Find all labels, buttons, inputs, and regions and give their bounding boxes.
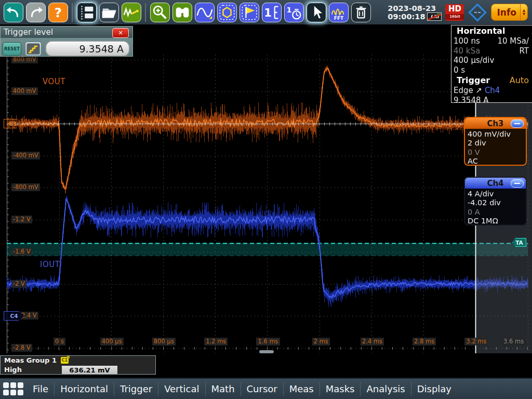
hd-mode-badge: HD 16bit xyxy=(445,4,464,21)
y-axis-label: -1.2 V xyxy=(11,216,32,223)
ch4-dialog-header[interactable]: Ch4 xyxy=(465,178,526,189)
toolbar-icons: ?11FFT xyxy=(2,3,372,22)
ch4-setting-row[interactable]: DC 1MΩ xyxy=(468,217,526,226)
fft-icon[interactable]: FFT xyxy=(329,3,349,22)
ch4-dialog[interactable]: Ch4 4 A/div-4.02 div0 ADC 1MΩ xyxy=(464,177,527,225)
mask-test-icon[interactable] xyxy=(217,3,237,22)
help-icon[interactable]: ? xyxy=(48,3,68,22)
meas-source-badge: C1 xyxy=(61,357,69,364)
menu-item-trigger[interactable]: Trigger xyxy=(114,383,158,394)
menu-item-meas[interactable]: Meas xyxy=(284,383,320,394)
info-spin-arrows[interactable]: ▲▼ xyxy=(520,4,527,20)
oscilloscope-screen: ?11FFT 2023-08-23 09:00:18 LXI HD 16bit xyxy=(0,0,532,399)
waveform-generator-icon[interactable] xyxy=(195,3,215,22)
timebase-value: 400 µs/div xyxy=(454,56,494,65)
pointer-select-icon[interactable] xyxy=(307,3,326,22)
probe-compensation-icon[interactable] xyxy=(122,3,141,22)
ch4-setting-row[interactable]: 0 A xyxy=(468,208,526,217)
ch3-minimize-button[interactable] xyxy=(511,119,524,128)
reset-button[interactable]: RESET xyxy=(3,42,21,56)
resolution-value: 100 ns xyxy=(454,36,480,46)
menu-item-math[interactable]: Math xyxy=(206,383,241,394)
date-display: 2023-08-23 xyxy=(388,4,442,12)
trigger-row-level[interactable]: 9.3548 A xyxy=(451,96,532,105)
horizontal-row-position[interactable]: 0 s xyxy=(451,65,532,75)
iout-trace-label: IOUT xyxy=(40,260,60,269)
trigger-type-value: Edge xyxy=(454,86,473,95)
trigger-hysteresis-icon[interactable] xyxy=(25,42,42,56)
meas-group-label: Meas Group 1 xyxy=(4,356,57,364)
rs-logo xyxy=(468,3,487,22)
horizontal-scrollbar-handle[interactable] xyxy=(259,350,274,353)
toolbar: ?11FFT 2023-08-23 09:00:18 LXI HD 16bit xyxy=(0,0,532,24)
x-axis-label: 2.8 ms xyxy=(413,338,436,345)
menu-item-horizontal[interactable]: Horizontal xyxy=(55,383,114,394)
y-axis-label: -2.8 V xyxy=(11,344,32,352)
timing-measure-icon[interactable]: 1 xyxy=(284,3,304,22)
acquisition-mode-value: RT xyxy=(520,46,529,56)
y-axis-label: 400 mV xyxy=(11,87,38,95)
trigger-level-field[interactable]: 9.3548 A xyxy=(45,41,130,57)
ch3-setting-row[interactable]: AC xyxy=(468,157,526,166)
toolbar-separator xyxy=(72,3,73,22)
menu-item-vertical[interactable]: Vertical xyxy=(158,383,205,394)
ch3-dialog[interactable]: Ch3 400 mV/div2 div0 VAC xyxy=(464,117,527,166)
ch4-setting-row[interactable]: -4.02 div xyxy=(468,198,526,208)
redo-icon[interactable] xyxy=(26,3,46,22)
dialog-list-icon[interactable] xyxy=(77,3,97,22)
delete-icon[interactable] xyxy=(351,3,371,22)
zoom-icon[interactable] xyxy=(150,3,170,22)
svg-text:1: 1 xyxy=(264,6,272,19)
ch3-setting-row[interactable]: 400 mV/div xyxy=(468,130,526,139)
ch4-minimize-button[interactable] xyxy=(511,179,524,188)
toolbar-separator xyxy=(145,3,146,22)
measurement-panel[interactable]: Meas Group 1 C1 High 636.21 mV xyxy=(0,355,156,375)
horizontal-position-value: 0 s xyxy=(454,65,465,75)
trigger-title-label: Trigger xyxy=(457,75,490,85)
ch3-setting-row[interactable]: 2 div xyxy=(468,139,526,148)
trigger-panel-title[interactable]: Trigger Auto xyxy=(451,75,532,86)
x-axis-label: 800 µs xyxy=(152,338,176,345)
x-axis-label: 0 s xyxy=(54,338,65,345)
horizontal-row-record[interactable]: 40 kSa RT xyxy=(451,46,532,56)
datetime-display: 2023-08-23 09:00:18 LXI xyxy=(388,4,442,21)
open-folder-icon[interactable] xyxy=(99,3,119,22)
menu-item-masks[interactable]: Masks xyxy=(320,383,361,394)
trigger-source-value: Ch4 xyxy=(485,86,500,95)
info-button[interactable]: Info ▲▼ xyxy=(491,4,528,21)
hd-label: HD xyxy=(445,4,464,14)
search-icon[interactable] xyxy=(172,3,192,22)
trigger-level-dialog: Trigger level ✕ RESET 9.3548 A xyxy=(0,26,133,57)
ch3-setting-row[interactable]: 0 V xyxy=(468,148,526,157)
menu-item-analysis[interactable]: Analysis xyxy=(361,383,410,394)
vertical-measure-icon[interactable]: 1 xyxy=(262,3,282,22)
x-axis-label: 2.4 ms xyxy=(361,338,384,345)
horizontal-row-resolution[interactable]: 100 ns 10 MSa/ xyxy=(451,36,532,46)
y-axis-label: -1.6 V xyxy=(11,248,32,256)
menu-item-file[interactable]: File xyxy=(27,383,54,394)
close-icon[interactable]: ✕ xyxy=(112,28,129,38)
trigger-slope-icon: ↗ xyxy=(476,86,483,95)
svg-text:FFT: FFT xyxy=(334,15,343,20)
ch4-setting-row[interactable]: 4 A/div xyxy=(468,190,526,199)
trigger-mode-value: Auto xyxy=(510,75,529,85)
menu-item-display[interactable]: Display xyxy=(411,383,457,394)
x-axis-label: 1.2 ms xyxy=(204,338,228,345)
menu-item-cursor[interactable]: Cursor xyxy=(241,383,283,394)
lxi-badge: LXI xyxy=(427,12,442,21)
horizontal-row-scale[interactable]: 400 µs/div xyxy=(451,56,532,65)
x-axis-label: 400 µs xyxy=(100,338,124,345)
apps-menu-icon[interactable] xyxy=(2,380,24,398)
x-axis-label: 2 ms xyxy=(312,338,330,345)
y-axis-label: -800 mV xyxy=(11,183,40,191)
annotation-flag-icon[interactable] xyxy=(240,3,259,22)
ch3-dialog-header[interactable]: Ch3 xyxy=(465,118,526,129)
undo-icon[interactable] xyxy=(4,3,23,22)
meas-value: 636.21 mV xyxy=(62,366,117,374)
y-axis-label: -400 mV xyxy=(11,152,40,159)
trigger-row-type[interactable]: Edge ↗ Ch4 xyxy=(451,86,532,96)
x-axis-label: 1.6 ms xyxy=(256,338,280,345)
horizontal-panel-title[interactable]: Horizontal xyxy=(451,25,532,36)
sample-rate-value: 10 MSa/ xyxy=(497,36,529,46)
svg-text:?: ? xyxy=(54,5,61,20)
